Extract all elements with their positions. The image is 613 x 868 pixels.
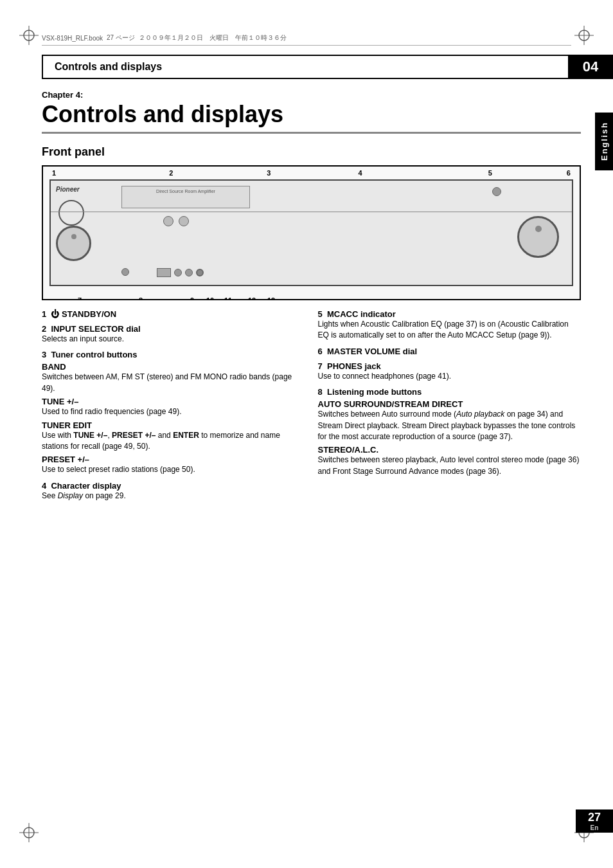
item-3-preset-label: PRESET +/–	[42, 455, 305, 464]
corner-mark-tr	[574, 26, 594, 45]
top-meta-bar: VSX-819H_RLF.book 27 ページ ２００９年１月２０日 火曜日 …	[42, 33, 571, 46]
item-5-title: MCACC indicator	[327, 309, 396, 319]
page-en: En	[591, 824, 599, 831]
item-2-text: Selects an input source.	[42, 334, 305, 345]
item-3-preset-text: Use to select preset radio stations (pag…	[42, 464, 305, 475]
chapter-header: Controls and displays 04	[42, 55, 613, 79]
listening-mode-btns-diagram	[163, 216, 189, 226]
chapter-title: Controls and displays	[42, 101, 581, 134]
item-3-tuneredit-text: Use with TUNE +/–, PRESET +/– and ENTER …	[42, 430, 305, 453]
num-label-2: 2	[169, 169, 173, 177]
num-label-5: 5	[488, 169, 492, 177]
power-button-diagram	[58, 200, 84, 226]
desc-col-left: 1 ⏻ STANDBY/ON 2 INPUT SELECTOR dial Sel…	[42, 309, 305, 507]
item-2-num: 2	[42, 324, 51, 334]
item-8-title: Listening mode buttons	[327, 387, 422, 397]
num-label-6: 6	[567, 169, 571, 177]
num-label-12: 12	[248, 296, 256, 300]
item-3-title: Tuner control buttons	[51, 350, 137, 359]
desc-item-7: 7 PHONES jack Use to connect headphones …	[318, 361, 582, 382]
desc-item-5: 5 MCACC indicator Lights when Acoustic C…	[318, 309, 582, 341]
header-title-box: Controls and displays	[42, 55, 568, 79]
connector-dot-2	[185, 269, 193, 276]
num-label-1: 1	[52, 169, 56, 177]
volume-dial-diagram	[517, 216, 559, 258]
item-7-text: Use to connect headphones (page 41).	[318, 371, 582, 382]
item-3-tune-text: Used to find radio frequencies (page 49)…	[42, 406, 305, 417]
corner-mark-tl	[19, 26, 39, 45]
display-text: Direct Source Room Amplifier	[122, 186, 249, 194]
listen-btn-stereo	[179, 216, 189, 226]
num-label-9: 9	[190, 296, 194, 300]
item-4-num: 4	[42, 481, 51, 491]
num-label-8: 8	[139, 296, 143, 300]
item-3-tune-label: TUNE +/–	[42, 397, 305, 406]
item-7-title: PHONES jack	[327, 361, 381, 371]
page-number-box: 27 En	[576, 809, 613, 833]
chapter-number: 04	[568, 55, 613, 79]
mcacc-indicator-diagram	[492, 187, 501, 196]
header-title: Controls and displays	[55, 61, 162, 73]
section-front-panel: Front panel	[42, 145, 581, 159]
panel-inner-box: Pioneer Direct Source Room Amplifier	[49, 179, 573, 286]
descriptions-columns: 1 ⏻ STANDBY/ON 2 INPUT SELECTOR dial Sel…	[42, 309, 581, 507]
corner-mark-bl	[19, 823, 39, 842]
desc-item-2: 2 INPUT SELECTOR dial Selects an input s…	[42, 324, 305, 345]
desc-item-4: 4 Character display See Display on page …	[42, 481, 305, 502]
item-3-tuneredit-label: TUNER EDIT	[42, 420, 305, 430]
front-panel-diagram: 1 2 3 4 5 6 Pioneer Direct Source Room A…	[42, 165, 581, 300]
num-label-3: 3	[267, 169, 271, 177]
item-5-num: 5	[318, 309, 327, 319]
item-6-title: MASTER VOLUME dial	[327, 347, 417, 356]
item-4-title: Character display	[51, 481, 121, 491]
num-label-4: 4	[359, 169, 362, 177]
item-8-auto-text: Switches between Auto surround mode (Aut…	[318, 409, 582, 442]
desc-item-3: 3 Tuner control buttons BAND Switches be…	[42, 350, 305, 475]
num-label-13: 13	[267, 296, 275, 300]
diagram-top-numbers: 1 2 3 4 5 6	[52, 169, 571, 177]
item-2-title: INPUT SELECTOR dial	[51, 324, 140, 334]
page-number: 27	[588, 811, 601, 824]
connector-dot-1	[174, 269, 182, 276]
connector-dot-3	[196, 269, 204, 276]
language-tab: English	[595, 113, 613, 170]
desc-col-right: 5 MCACC indicator Lights when Acoustic C…	[318, 309, 582, 507]
item-4-text: See Display on page 29.	[42, 491, 305, 502]
listen-btn-auto	[163, 216, 173, 226]
panel-divider	[51, 212, 572, 212]
num-label-7: 7	[78, 296, 82, 300]
item-8-stereo-label: STEREO/A.L.C.	[318, 445, 582, 455]
main-content: Chapter 4: Controls and displays Front p…	[42, 84, 581, 507]
item-3-band-text: Switches between AM, FM ST (stereo) and …	[42, 372, 305, 394]
num-label-10: 10	[206, 296, 214, 300]
input-selector-dial-diagram	[56, 226, 91, 261]
item-8-stereo-text: Switches between stereo playback, Auto l…	[318, 455, 582, 477]
item-1-num: 1	[42, 309, 51, 319]
filename: VSX-819H_RLF.book	[42, 35, 103, 42]
item-3-band-label: BAND	[42, 362, 305, 372]
usb-port-diagram	[157, 268, 171, 277]
date-stamp: ２００９年１月２０日 火曜日 午前１０時３６分	[139, 33, 287, 42]
desc-item-1: 1 ⏻ STANDBY/ON	[42, 309, 305, 319]
connectors-area-diagram	[157, 268, 204, 277]
pioneer-logo: Pioneer	[56, 186, 80, 193]
page-ref: 27 ページ	[107, 33, 135, 42]
chapter-label: Chapter 4:	[42, 90, 581, 100]
item-8-num: 8	[318, 387, 327, 397]
desc-item-8: 8 Listening mode buttons AUTO SURROUND/S…	[318, 387, 582, 477]
phones-jack-diagram	[121, 268, 129, 276]
item-6-num: 6	[318, 347, 327, 356]
item-5-text: Lights when Acoustic Calibration EQ (pag…	[318, 319, 582, 341]
num-label-11: 11	[224, 296, 232, 300]
desc-item-6: 6 MASTER VOLUME dial	[318, 347, 582, 356]
item-1-title: ⏻ STANDBY/ON	[51, 309, 116, 319]
item-8-auto-label: AUTO SURROUND/STREAM DIRECT	[318, 399, 582, 409]
item-7-num: 7	[318, 361, 327, 371]
item-3-num: 3	[42, 350, 51, 359]
character-display-diagram: Direct Source Room Amplifier	[121, 186, 250, 208]
